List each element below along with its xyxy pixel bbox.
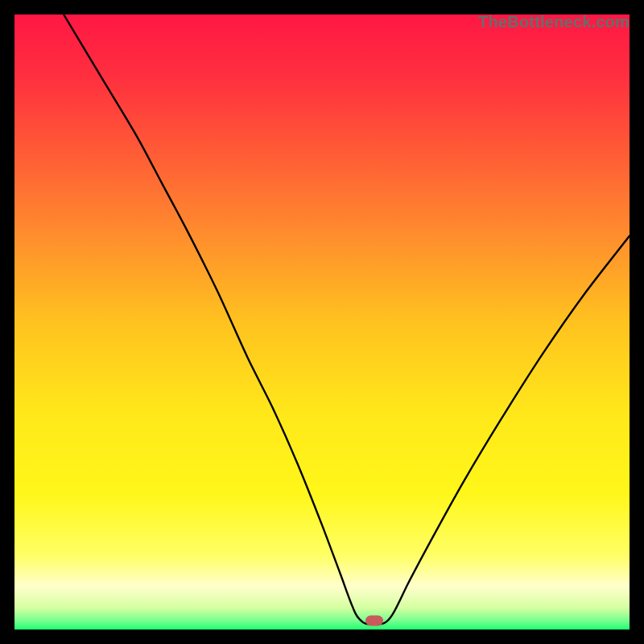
optimal-marker [365,615,383,625]
plot-area: TheBottleneck.com [14,14,630,630]
curve-layer [14,14,630,630]
chart-root: TheBottleneck.com [0,0,644,644]
bottleneck-curve [64,14,630,625]
attribution-text: TheBottleneck.com [478,13,630,31]
